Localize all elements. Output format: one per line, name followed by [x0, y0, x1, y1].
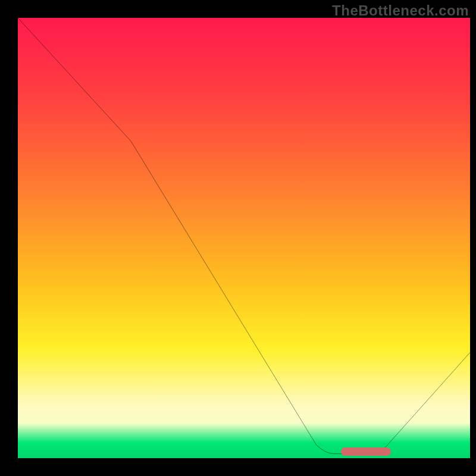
- bottleneck-curve-svg: [18, 18, 470, 458]
- sweet-spot-indicator: [341, 447, 391, 456]
- chart-frame: TheBottleneck.com: [0, 0, 476, 476]
- bottleneck-curve-path: [18, 18, 470, 454]
- plot-area: [18, 18, 470, 458]
- watermark-text: TheBottleneck.com: [332, 2, 469, 19]
